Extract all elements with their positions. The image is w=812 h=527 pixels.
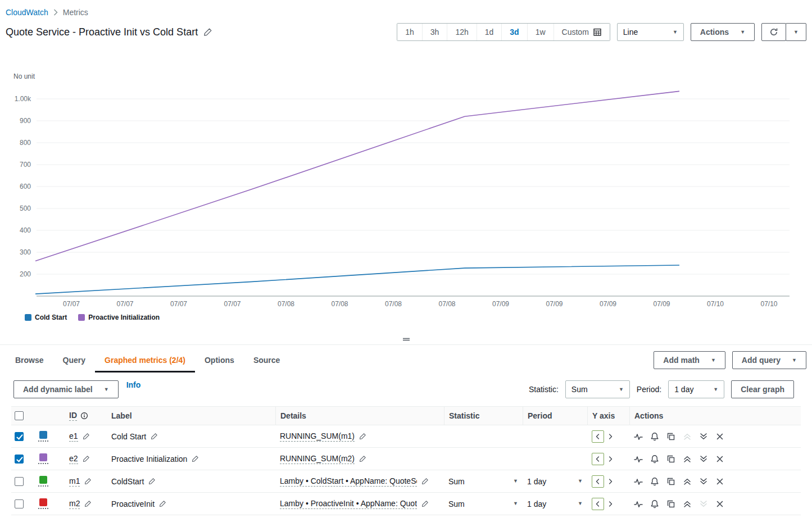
color-swatch-button[interactable] — [38, 498, 48, 509]
add-dynamic-label-button[interactable]: Add dynamic label▼ — [13, 380, 119, 398]
refresh-options-button[interactable]: ▼ — [786, 23, 806, 41]
svg-text:07/08: 07/08 — [278, 300, 294, 308]
duplicate-button[interactable] — [666, 455, 675, 464]
y-axis-left-button[interactable] — [592, 453, 604, 465]
tab-graphed-metrics[interactable]: Graphed metrics (2/4) — [95, 348, 195, 372]
chart-canvas[interactable]: 2003004005006007008009001.00k07/0707/070… — [0, 44, 812, 334]
svg-text:900: 900 — [20, 117, 31, 125]
panel-resize-handle[interactable] — [397, 336, 416, 343]
actions-button[interactable]: Actions▼ — [691, 23, 755, 41]
line-style-indicator — [38, 508, 48, 509]
time-range-option[interactable]: 1w — [528, 24, 554, 40]
metric-details[interactable]: Lamby • ProactiveInit • AppName: QuoteS — [280, 499, 429, 509]
metric-label[interactable]: Proactive Initialization — [111, 455, 199, 464]
refresh-button[interactable] — [761, 23, 786, 41]
y-axis-right-button[interactable] — [604, 498, 616, 510]
color-swatch-button[interactable] — [38, 476, 48, 487]
row-period-select[interactable]: 1 day▼ — [527, 477, 583, 486]
tab-source[interactable]: Source — [244, 348, 289, 372]
info-link[interactable]: Info — [126, 380, 141, 389]
edit-icon — [192, 455, 199, 462]
time-range-option[interactable]: 12h — [447, 24, 477, 40]
graph-metric-button[interactable] — [634, 455, 643, 464]
metric-details[interactable]: RUNNING_SUM(m1) — [280, 431, 366, 442]
row-statistic-select[interactable]: Sum▼ — [448, 499, 518, 508]
tab-query[interactable]: Query — [53, 348, 95, 372]
metric-details[interactable]: RUNNING_SUM(m2) — [280, 454, 366, 464]
move-down-button[interactable] — [699, 455, 708, 464]
remove-button[interactable] — [715, 432, 724, 441]
row-checkbox[interactable] — [15, 477, 24, 486]
time-range-option[interactable]: 3d — [502, 24, 527, 40]
metric-label[interactable]: Cold Start — [111, 432, 158, 441]
caret-down-icon: ▼ — [513, 501, 518, 506]
row-checkbox[interactable] — [15, 499, 24, 508]
id-info-icon[interactable] — [80, 412, 88, 420]
metric-id[interactable]: m2 — [69, 499, 92, 509]
duplicate-button[interactable] — [666, 477, 675, 486]
move-down-button[interactable] — [699, 432, 708, 441]
move-up-button[interactable] — [683, 455, 692, 464]
legend-label: Cold Start — [35, 314, 67, 321]
chart-type-select[interactable]: Line▼ — [617, 23, 684, 41]
clear-graph-button[interactable]: Clear graph — [731, 380, 794, 398]
graph-metric-button[interactable] — [634, 477, 643, 486]
legend-item-cold-start[interactable]: Cold Start — [25, 314, 67, 321]
remove-button[interactable] — [715, 477, 724, 486]
move-up-button[interactable] — [683, 499, 692, 508]
graph-metric-button[interactable] — [634, 499, 643, 508]
legend-swatch — [25, 314, 31, 321]
move-down-button[interactable] — [699, 477, 708, 486]
top-bar: CloudWatch Metrics Quote Service - Proac… — [0, 0, 812, 42]
tab-options[interactable]: Options — [195, 348, 244, 372]
time-range-group: 1h 3h 12h 1d 3d 1w Custom — [397, 23, 610, 41]
create-alarm-button[interactable] — [650, 499, 659, 508]
add-query-button[interactable]: Add query▼ — [732, 351, 806, 369]
breadcrumb-link-cloudwatch[interactable]: CloudWatch — [6, 8, 48, 17]
graph-metric-button[interactable] — [634, 432, 643, 441]
color-swatch-button[interactable] — [38, 431, 48, 442]
title-row: Quote Service - Proactive Init vs Cold S… — [6, 22, 806, 42]
move-up-button[interactable] — [683, 477, 692, 486]
remove-button[interactable] — [715, 499, 724, 508]
y-axis-left-button[interactable] — [592, 475, 604, 488]
y-axis-left-button[interactable] — [592, 498, 604, 510]
row-checkbox[interactable] — [15, 432, 24, 441]
row-checkbox[interactable] — [15, 455, 24, 464]
period-select[interactable]: 1 day▼ — [668, 380, 724, 398]
metric-label[interactable]: ProactiveInit — [111, 499, 166, 508]
create-alarm-button[interactable] — [650, 432, 659, 441]
add-math-button[interactable]: Add math▼ — [654, 351, 725, 369]
svg-text:No unit: No unit — [13, 72, 35, 80]
metric-details[interactable]: Lamby • ColdStart • AppName: QuoteSer — [280, 476, 429, 487]
y-axis-left-button[interactable] — [592, 430, 604, 443]
y-axis-right-button[interactable] — [604, 475, 616, 488]
time-range-option[interactable]: 3h — [423, 24, 448, 40]
metric-id[interactable]: e2 — [69, 454, 90, 464]
metric-id[interactable]: m1 — [69, 476, 92, 487]
legend-item-proactive-initialization[interactable]: Proactive Initialization — [78, 314, 160, 321]
edit-title-icon[interactable] — [203, 28, 212, 37]
create-alarm-button[interactable] — [650, 477, 659, 486]
time-range-option[interactable]: 1d — [477, 24, 502, 40]
row-period-select[interactable]: 1 day▼ — [527, 499, 583, 508]
duplicate-button[interactable] — [666, 499, 675, 508]
duplicate-button[interactable] — [666, 432, 675, 441]
time-range-option[interactable]: Custom — [554, 24, 610, 40]
svg-text:500: 500 — [20, 205, 31, 212]
y-axis-right-button[interactable] — [604, 453, 616, 465]
y-axis-right-button[interactable] — [604, 430, 616, 443]
create-alarm-button[interactable] — [650, 455, 659, 464]
edit-icon — [83, 433, 90, 440]
tab-browse[interactable]: Browse — [6, 348, 53, 372]
color-swatch-button[interactable] — [38, 453, 48, 464]
svg-text:07/08: 07/08 — [438, 300, 455, 308]
remove-button[interactable] — [715, 455, 724, 464]
row-statistic-select[interactable]: Sum▼ — [448, 477, 518, 486]
caret-down-icon: ▼ — [792, 358, 797, 363]
metric-id[interactable]: e1 — [69, 431, 90, 442]
select-all-checkbox[interactable] — [15, 411, 24, 420]
statistic-select[interactable]: Sum▼ — [565, 380, 630, 398]
time-range-option[interactable]: 1h — [397, 24, 423, 40]
metric-label[interactable]: ColdStart — [111, 477, 156, 486]
